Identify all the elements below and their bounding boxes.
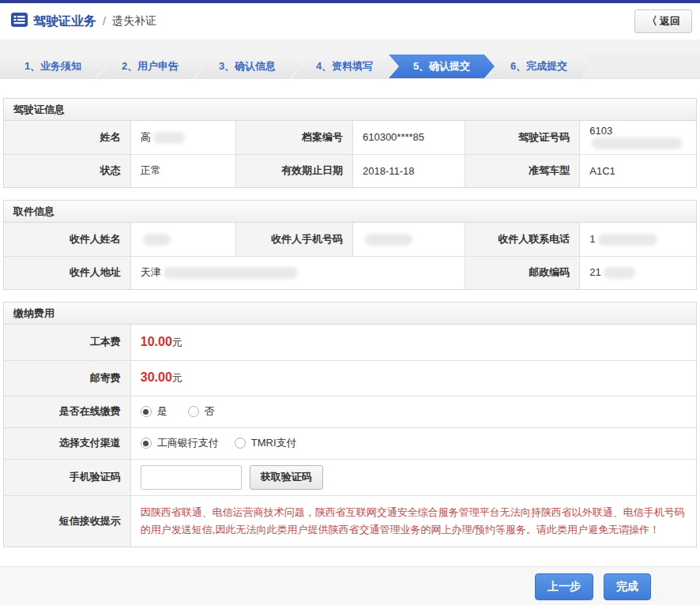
sms-code-input[interactable]: [141, 465, 242, 490]
fee-amount: 10.00: [141, 335, 172, 348]
wizard-band: 1、业务须知 2、用户申告 3、确认信息 4、资料填写 5、确认提交 6、完成提…: [0, 39, 700, 79]
valid-until-value: 2018-11-18: [352, 154, 465, 187]
step-filler: [583, 54, 700, 78]
back-chevron-icon: 〈: [646, 14, 657, 28]
pickup-info-title: 取件信息: [4, 201, 696, 223]
postage-fee-label: 邮寄费: [4, 360, 130, 396]
payment-channel-label: 选择支付渠道: [4, 427, 130, 459]
payment-title: 缴纳费用: [4, 302, 696, 325]
table-row: 选择支付渠道 工商银行支付 TMRI支付: [4, 427, 696, 459]
back-button[interactable]: 〈 返回: [634, 9, 692, 33]
finish-button[interactable]: 完成: [604, 573, 651, 600]
payment-section: 缴纳费用 工本费 10.00元 邮寄费 30.00元 是否在线缴费: [3, 302, 697, 547]
radio-online-yes[interactable]: 是: [141, 404, 167, 419]
fee-unit: 元: [172, 372, 183, 384]
page-subtitle: 遗失补证: [112, 14, 156, 28]
fee-amount: 30.00: [141, 370, 172, 384]
production-fee-value: 10.00元: [130, 325, 696, 360]
sms-code-cell: 获取验证码: [130, 459, 696, 495]
step-wizard: 1、业务须知 2、用户申告 3、确认信息 4、资料填写 5、确认提交 6、完成提…: [0, 54, 700, 78]
table-row: 邮寄费 30.00元: [4, 360, 696, 396]
license-no-label: 驾驶证号码: [465, 121, 579, 154]
breadcrumb: 驾驶证业务 / 遗失补证: [11, 13, 156, 30]
step-2-user-declaration: 2、用户申告: [97, 54, 203, 78]
sms-code-label: 手机验证码: [4, 459, 130, 495]
payment-table: 工本费 10.00元 邮寄费 30.00元 是否在线缴费 是: [4, 325, 696, 547]
main-content: 驾驶证信息 姓名 高 档案编号 610300****85 驾驶证号码 6103 …: [0, 79, 700, 547]
recipient-address-label: 收件人地址: [4, 256, 130, 289]
step-3-confirm-info: 3、确认信息: [194, 54, 300, 78]
postal-code-label: 邮政编码: [465, 256, 579, 289]
step-1-business-notice: 1、业务须知: [0, 54, 106, 78]
redacted-value: [164, 267, 298, 279]
name-value: 高: [130, 121, 235, 154]
recipient-mobile-value: [352, 223, 465, 256]
radio-label: 否: [205, 404, 215, 419]
previous-step-button[interactable]: 上一步: [535, 573, 593, 600]
status-value: 正常: [130, 154, 235, 187]
sms-notice-label: 短信接收提示: [4, 495, 130, 547]
back-button-label: 返回: [660, 14, 680, 28]
table-row: 收件人地址 天津 邮政编码 21: [4, 256, 696, 289]
radio-label: TMRI支付: [251, 436, 297, 450]
redacted-value: [143, 234, 171, 246]
payment-channel-options: 工商银行支付 TMRI支付: [130, 427, 696, 459]
redacted-value: [604, 267, 635, 279]
vehicle-type-label: 准驾车型: [465, 154, 579, 187]
name-label: 姓名: [4, 121, 130, 154]
redacted-value: [365, 234, 412, 246]
sms-notice-cell: 因陕西省联通、电信运营商技术问题，陕西省互联网交通安全综合服务管理平台无法向持陕…: [130, 495, 696, 547]
online-payment-label: 是否在线缴费: [4, 396, 130, 427]
recipient-phone-value: 1: [580, 223, 696, 256]
fee-unit: 元: [172, 336, 183, 348]
status-label: 状态: [4, 154, 130, 187]
radio-online-no[interactable]: 否: [188, 404, 215, 419]
license-business-icon: [11, 13, 28, 30]
license-info-table: 姓名 高 档案编号 610300****85 驾驶证号码 6103 状态 正常 …: [4, 121, 696, 187]
radio-selected-icon: [141, 406, 152, 417]
recipient-mobile-label: 收件人手机号码: [235, 223, 352, 256]
pickup-info-section: 取件信息 收件人姓名 收件人手机号码 收件人联系电话 1 收件人地址 天津 邮政…: [3, 200, 697, 290]
footer-action-bar: 上一步 完成: [0, 566, 700, 605]
file-no-label: 档案编号: [235, 121, 352, 154]
step-4-fill-data: 4、资料填写: [292, 54, 397, 78]
table-row: 状态 正常 有效期止日期 2018-11-18 准驾车型 A1C1: [4, 154, 696, 187]
license-no-value: 6103: [580, 121, 696, 154]
table-row: 工本费 10.00元: [4, 325, 696, 360]
radio-unselected-icon: [235, 438, 246, 449]
pickup-info-table: 收件人姓名 收件人手机号码 收件人联系电话 1 收件人地址 天津 邮政编码 21: [4, 223, 696, 289]
page-title[interactable]: 驾驶证业务: [33, 13, 96, 30]
recipient-name-label: 收件人姓名: [4, 223, 130, 256]
radio-selected-icon: [141, 438, 152, 449]
license-info-title: 驾驶证信息: [4, 99, 696, 121]
production-fee-label: 工本费: [4, 325, 130, 360]
page-header: 驾驶证业务 / 遗失补证 〈 返回: [0, 3, 700, 39]
sms-notice-text: 因陕西省联通、电信运营商技术问题，陕西省互联网交通安全综合服务管理平台无法向持陕…: [141, 504, 685, 539]
table-row: 短信接收提示 因陕西省联通、电信运营商技术问题，陕西省互联网交通安全综合服务管理…: [4, 495, 696, 547]
table-row: 手机验证码 获取验证码: [4, 459, 696, 495]
redacted-value: [153, 132, 185, 144]
step-6-complete-submit: 6、完成提交: [486, 54, 592, 78]
table-row: 是否在线缴费 是 否: [4, 396, 696, 427]
recipient-phone-label: 收件人联系电话: [465, 223, 579, 256]
online-payment-options: 是 否: [130, 396, 696, 427]
license-info-section: 驾驶证信息 姓名 高 档案编号 610300****85 驾驶证号码 6103 …: [3, 98, 697, 188]
table-row: 姓名 高 档案编号 610300****85 驾驶证号码 6103: [4, 121, 696, 154]
recipient-address-value: 天津: [130, 256, 465, 289]
vehicle-type-value: A1C1: [580, 154, 696, 187]
radio-label: 工商银行支付: [157, 436, 219, 450]
step-5-confirm-submit: 5、确认提交: [389, 54, 495, 78]
breadcrumb-separator: /: [103, 15, 106, 28]
table-row: 收件人姓名 收件人手机号码 收件人联系电话 1: [4, 223, 696, 256]
radio-channel-icbc[interactable]: 工商银行支付: [141, 436, 219, 450]
radio-label: 是: [157, 404, 167, 419]
valid-until-label: 有效期止日期: [235, 154, 352, 187]
redacted-value: [592, 137, 683, 149]
radio-unselected-icon: [188, 406, 199, 417]
recipient-name-value: [130, 223, 235, 256]
get-code-button[interactable]: 获取验证码: [250, 465, 323, 490]
file-no-value: 610300****85: [352, 121, 465, 154]
postage-fee-value: 30.00元: [130, 360, 696, 396]
radio-channel-tmri[interactable]: TMRI支付: [235, 436, 297, 450]
redacted-value: [598, 234, 657, 246]
